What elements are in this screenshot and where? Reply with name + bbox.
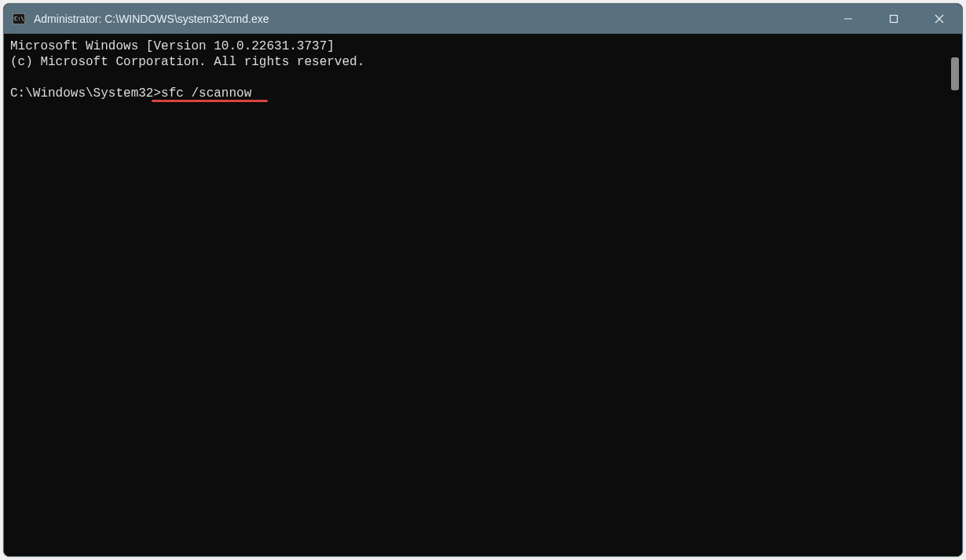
svg-text:C:\: C:\ (14, 16, 24, 22)
maximize-button[interactable] (871, 4, 917, 34)
close-button[interactable] (917, 4, 962, 34)
version-line: Microsoft Windows [Version 10.0.22631.37… (10, 39, 335, 53)
prompt-line: C:\Windows\System32>sfc /scannow (10, 86, 251, 101)
cmd-icon: C:\ (12, 12, 26, 26)
command-text: sfc /scannow (161, 86, 251, 101)
scrollbar-thumb[interactable] (951, 57, 959, 90)
window-title: Administrator: C:\WINDOWS\system32\cmd.e… (34, 13, 269, 25)
svg-rect-3 (891, 16, 898, 23)
vertical-scrollbar[interactable] (948, 34, 962, 556)
cmd-window: C:\ Administrator: C:\WINDOWS\system32\c… (3, 3, 963, 557)
annotation-underline (152, 100, 268, 102)
client-area: Microsoft Windows [Version 10.0.22631.37… (4, 34, 962, 556)
terminal-output[interactable]: Microsoft Windows [Version 10.0.22631.37… (4, 34, 948, 556)
minimize-button[interactable] (825, 4, 871, 34)
titlebar[interactable]: C:\ Administrator: C:\WINDOWS\system32\c… (4, 4, 962, 34)
copyright-line: (c) Microsoft Corporation. All rights re… (10, 55, 364, 69)
prompt-text: C:\Windows\System32> (10, 86, 161, 101)
